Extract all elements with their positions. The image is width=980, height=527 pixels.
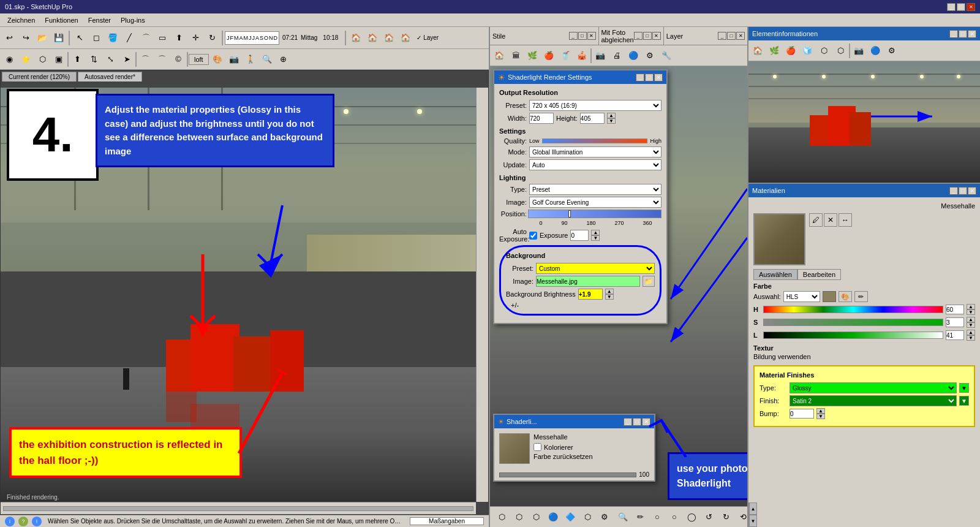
btm-9[interactable]: ✏ — [632, 509, 648, 525]
h-down[interactable]: ▼ — [967, 309, 975, 315]
extra-tb-1[interactable]: 🏠 — [491, 48, 507, 64]
stile-minimize[interactable]: _ — [569, 32, 578, 40]
btm-8[interactable]: 🔍 — [615, 509, 631, 525]
bg-preset-select[interactable]: Custom — [536, 263, 655, 274]
mf-finish-toggle[interactable]: ▼ — [959, 396, 969, 406]
bump-down[interactable]: ▼ — [816, 414, 825, 419]
shaderli-mini-slider[interactable] — [499, 472, 636, 477]
btm-7[interactable]: ⚙ — [597, 509, 612, 525]
scroll-down-btn[interactable]: ▼ — [749, 515, 757, 527]
tb2-up1[interactable]: ⬆ — [69, 51, 85, 67]
maximize-btn[interactable]: □ — [957, 3, 965, 11]
scroll-up-btn[interactable]: ▲ — [749, 502, 757, 515]
tb-undo[interactable]: ↩ — [1, 30, 17, 46]
btm-5[interactable]: 🔷 — [562, 509, 578, 525]
height-input[interactable] — [580, 113, 605, 124]
bg-brightness-input[interactable] — [578, 289, 603, 300]
menu-plugins[interactable]: Plug-ins — [116, 15, 150, 25]
preset-select[interactable]: 720 x 405 (16:9) — [529, 100, 662, 111]
tb-view2[interactable]: 🏠 — [381, 30, 397, 46]
rt-9[interactable]: ⚙ — [884, 43, 900, 59]
btm-12[interactable]: ◯ — [684, 509, 699, 525]
tb2-camera[interactable]: 📷 — [226, 51, 242, 67]
tab-auswaehlen[interactable]: Auswählen — [753, 269, 797, 280]
lighting-type-select[interactable]: Preset — [529, 184, 662, 195]
bg-image-input[interactable] — [536, 276, 640, 287]
extra-tb-4[interactable]: 🍎 — [541, 48, 557, 64]
mf-type-toggle[interactable]: ▼ — [959, 383, 969, 393]
tb-eraser[interactable]: ◻ — [88, 30, 104, 46]
tb2-move[interactable]: ➤ — [119, 51, 135, 67]
extra-tb-10[interactable]: ⚙ — [642, 48, 658, 64]
extra-tb-2[interactable]: 🏛 — [508, 48, 524, 64]
btm-3[interactable]: ⬡ — [528, 509, 544, 525]
stile-maximize[interactable]: □ — [578, 32, 587, 40]
bg-image-browse-btn[interactable]: 📁 — [643, 276, 655, 287]
tb-rotate[interactable]: ↻ — [204, 30, 220, 46]
tb2-arc2[interactable]: ⌒ — [154, 51, 170, 67]
exposure-input[interactable] — [570, 230, 589, 241]
s-down[interactable]: ▼ — [967, 322, 975, 328]
mf-finish-select[interactable]: Satin 2 — [790, 395, 957, 406]
rt-5[interactable]: ⬡ — [816, 43, 832, 59]
width-input[interactable] — [529, 113, 554, 124]
massangaben-box[interactable]: Maßangaben — [410, 517, 484, 525]
position-slider[interactable] — [528, 210, 662, 218]
rt-8[interactable]: 🔵 — [867, 43, 883, 59]
rt-1[interactable]: 🏠 — [750, 43, 766, 59]
btm-11[interactable]: ○ — [666, 509, 682, 525]
render-scrollbar-v[interactable] — [476, 88, 488, 502]
mat-tool-3[interactable]: ↔ — [839, 213, 852, 227]
extra-tb-5[interactable]: 🥤 — [557, 48, 573, 64]
extra-tb-3[interactable]: 🌿 — [524, 48, 540, 64]
mat-close[interactable]: ✕ — [968, 187, 976, 195]
right-scrollbar[interactable]: ▲ ▼ — [748, 502, 757, 527]
mf-type-select[interactable]: Glossy — [790, 382, 957, 393]
layer-minimize[interactable]: _ — [718, 32, 726, 40]
shader-minimize[interactable]: _ — [636, 74, 644, 82]
tb2-zoomext[interactable]: ⊕ — [276, 51, 292, 67]
tb-move[interactable]: ✛ — [187, 30, 203, 46]
update-select[interactable]: Auto — [529, 159, 662, 170]
stile-close[interactable]: ✕ — [587, 32, 596, 40]
bump-up[interactable]: ▲ — [816, 408, 825, 414]
tb-paint[interactable]: 🪣 — [105, 30, 121, 46]
shader-close[interactable]: ✕ — [654, 74, 663, 82]
tb2-box[interactable]: ▣ — [51, 51, 67, 67]
render-scrollbar-h[interactable] — [1, 502, 476, 514]
btm-1[interactable]: ⬡ — [494, 509, 510, 525]
tb2-3d[interactable]: ⬡ — [34, 51, 50, 67]
tb-save[interactable]: 💾 — [51, 30, 67, 46]
auswahl-select[interactable]: HLS — [783, 291, 820, 302]
tb-view1[interactable]: 🏠 — [364, 30, 380, 46]
color-pick-btn[interactable]: 🎨 — [839, 291, 852, 302]
tb2-zoom[interactable]: 🔍 — [259, 51, 275, 67]
tb2-1[interactable]: ◉ — [1, 51, 17, 67]
tab-bearbeiten[interactable]: Bearbeiten — [797, 269, 841, 280]
tb2-scale[interactable]: ⤡ — [102, 51, 118, 67]
tb-line[interactable]: ╱ — [121, 30, 137, 46]
btm-13[interactable]: ↺ — [701, 509, 717, 525]
rt-2[interactable]: 🌿 — [766, 43, 782, 59]
menu-zeichnen[interactable]: Zeichnen — [2, 15, 40, 25]
rt-6[interactable]: ⬡ — [832, 43, 848, 59]
quality-slider[interactable] — [542, 138, 648, 143]
h-value[interactable] — [946, 305, 964, 314]
size-down[interactable]: ▼ — [607, 118, 616, 124]
size-up[interactable]: ▲ — [607, 113, 616, 118]
rt-3[interactable]: 🍎 — [783, 43, 799, 59]
extra-tb-8[interactable]: 🖨 — [609, 48, 625, 64]
extra-tb-11[interactable]: 🔧 — [658, 48, 674, 64]
loft-label[interactable]: loft — [189, 54, 209, 65]
exp-up[interactable]: ▲ — [591, 230, 600, 235]
minimize-btn[interactable]: _ — [947, 3, 956, 11]
shader-maximize[interactable]: □ — [645, 74, 654, 82]
h-slider[interactable] — [763, 306, 943, 313]
l-slider[interactable] — [763, 332, 943, 339]
btm-2[interactable]: ⬡ — [511, 509, 527, 525]
tb2-walk[interactable]: 🚶 — [243, 51, 258, 67]
l-up[interactable]: ▲ — [967, 330, 975, 335]
btm-14[interactable]: ↻ — [718, 509, 734, 525]
tb-rect[interactable]: ▭ — [154, 30, 170, 46]
tb-house[interactable]: 🏠 — [348, 30, 364, 46]
